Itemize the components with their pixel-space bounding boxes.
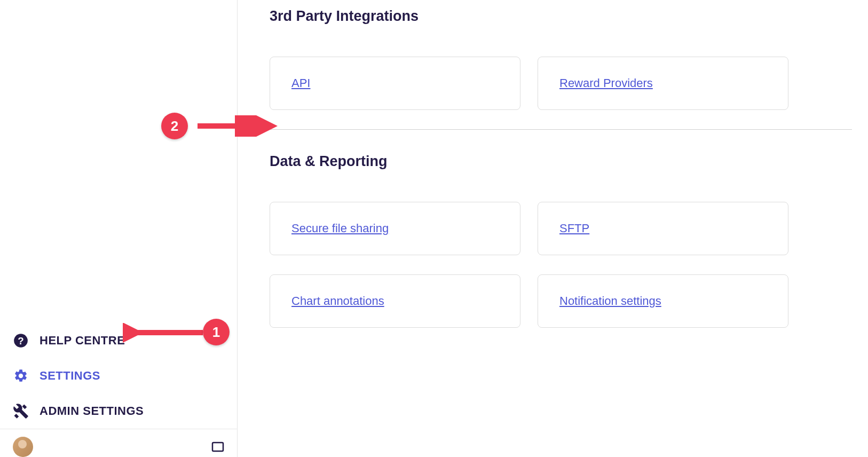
annotation-badge-1: 1 bbox=[203, 319, 230, 345]
profile-row[interactable] bbox=[0, 429, 237, 457]
card-row: Secure file sharing SFTP bbox=[270, 202, 852, 255]
main-content: 3rd Party Integrations API Reward Provid… bbox=[238, 0, 868, 457]
link-reward-providers[interactable]: Reward Providers bbox=[559, 76, 653, 90]
link-api[interactable]: API bbox=[291, 76, 310, 90]
annotation-arrow-1 bbox=[123, 323, 208, 344]
card-secure-file-sharing[interactable]: Secure file sharing bbox=[270, 202, 520, 255]
sidebar-item-label: ADMIN SETTINGS bbox=[40, 404, 144, 418]
card-row: API Reward Providers bbox=[270, 57, 852, 110]
sidebar-item-settings[interactable]: SETTINGS bbox=[0, 358, 237, 393]
card-sftp[interactable]: SFTP bbox=[538, 202, 788, 255]
link-secure-file-sharing[interactable]: Secure file sharing bbox=[291, 222, 389, 235]
help-icon: ? bbox=[13, 333, 29, 349]
tools-icon bbox=[13, 403, 29, 419]
avatar bbox=[13, 437, 33, 457]
section-title-data-reporting: Data & Reporting bbox=[270, 153, 852, 170]
sidebar: ? HELP CENTRE SETTINGS ADMIN SETTINGS bbox=[0, 0, 238, 457]
sidebar-item-label: SETTINGS bbox=[40, 369, 100, 383]
card-notification-settings[interactable]: Notification settings bbox=[538, 274, 788, 328]
card-row: Chart annotations Notification settings bbox=[270, 274, 852, 328]
link-chart-annotations[interactable]: Chart annotations bbox=[291, 294, 384, 308]
annotation-badge-2-text: 2 bbox=[171, 118, 178, 135]
sidebar-item-admin-settings[interactable]: ADMIN SETTINGS bbox=[0, 393, 237, 429]
annotation-badge-1-text: 1 bbox=[212, 324, 220, 341]
card-api[interactable]: API bbox=[270, 57, 520, 110]
section-divider bbox=[254, 129, 852, 130]
expand-icon bbox=[211, 442, 224, 452]
section-title-integrations: 3rd Party Integrations bbox=[270, 8, 852, 25]
svg-text:?: ? bbox=[18, 335, 23, 346]
link-sftp[interactable]: SFTP bbox=[559, 222, 589, 235]
annotation-arrow-2 bbox=[192, 115, 278, 137]
svg-rect-2 bbox=[212, 443, 223, 451]
link-notification-settings[interactable]: Notification settings bbox=[559, 294, 661, 308]
card-reward-providers[interactable]: Reward Providers bbox=[538, 57, 788, 110]
gear-icon bbox=[13, 368, 29, 384]
sidebar-item-label: HELP CENTRE bbox=[40, 334, 125, 348]
card-chart-annotations[interactable]: Chart annotations bbox=[270, 274, 520, 328]
annotation-badge-2: 2 bbox=[161, 113, 188, 139]
